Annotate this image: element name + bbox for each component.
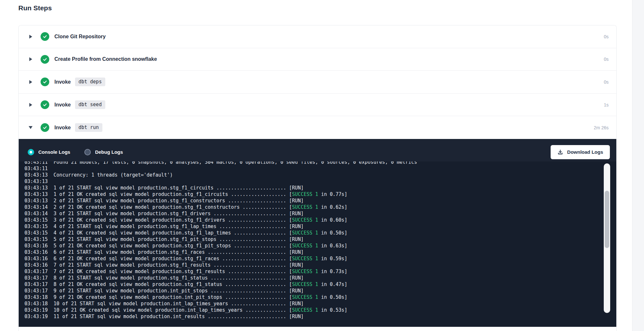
log-success-status: SUCCESS 1 — [292, 217, 318, 223]
log-timestamp: 03:43:15 — [24, 236, 48, 242]
run-steps-card: Clone Git Repository0sCreate Profile fro… — [18, 25, 617, 331]
log-duration-suffix: in 0.73s] — [318, 269, 347, 274]
log-message: 4 of 21 OK created sql view model produc… — [53, 230, 292, 236]
caret-down-icon[interactable] — [28, 126, 33, 129]
log-line: 03:43:13 1 of 21 OK created sql view mod… — [24, 191, 616, 198]
caret-right-icon[interactable] — [28, 57, 33, 61]
log-timestamp: 03:43:14 — [24, 204, 48, 210]
step-duration: 0s — [604, 79, 609, 85]
step-label: Create Profile from Connection snowflake — [54, 56, 157, 62]
download-logs-label: Download Logs — [567, 149, 603, 155]
log-panel: Console LogsDebug Logs Download Logs 03:… — [19, 139, 616, 327]
log-line: 03:43:16 5 of 21 OK created sql view mod… — [24, 243, 616, 249]
radio-selected-icon[interactable] — [28, 149, 34, 155]
log-line: 03:43:15 4 of 21 START sql view model pr… — [24, 223, 616, 230]
log-message: 8 of 21 START sql view model production.… — [53, 275, 304, 281]
run-steps-list: Clone Git Repository0sCreate Profile fro… — [19, 25, 616, 139]
step-command-badge: dbt seed — [75, 100, 105, 109]
step-duration: 2m 26s — [594, 125, 609, 130]
log-line: 03:43:13 1 of 21 START sql view model pr… — [24, 185, 616, 191]
log-timestamp: 03:43:11 — [24, 166, 48, 171]
log-success-status: SUCCESS 1 — [292, 256, 318, 262]
log-duration-suffix: in 0.77s] — [318, 191, 347, 197]
log-timestamp: 03:43:17 — [24, 281, 48, 287]
caret-right-icon[interactable] — [28, 103, 33, 107]
run-step-row[interactable]: Invokedbt seed1s — [19, 94, 616, 116]
log-timestamp: 03:43:18 — [24, 301, 48, 307]
step-duration: 0s — [604, 34, 609, 39]
step-label: Invoke — [54, 79, 71, 85]
log-timestamp: 03:43:11 — [24, 161, 48, 165]
log-success-status: SUCCESS 1 — [292, 269, 318, 274]
log-line: 03:43:16 6 of 21 OK created sql view mod… — [24, 255, 616, 262]
log-success-status: SUCCESS 1 — [292, 281, 318, 287]
step-duration: 1s — [604, 102, 609, 107]
log-type-radio-group: Console LogsDebug Logs — [28, 149, 137, 155]
run-step-row[interactable]: Invokedbt deps0s — [19, 71, 616, 94]
log-duration-suffix: in 0.63s] — [318, 243, 347, 249]
run-step-row[interactable]: Invokedbt run2m 26s — [19, 116, 616, 139]
log-message: 5 of 21 START sql view model production.… — [53, 236, 304, 242]
success-check-icon — [41, 123, 49, 132]
log-line: 03:43:18 9 of 21 OK created sql view mod… — [24, 294, 616, 300]
log-timestamp: 03:43:19 — [24, 314, 48, 319]
log-message: 9 of 21 START sql view model production.… — [53, 288, 304, 294]
page-right-gutter — [632, 0, 644, 331]
log-timestamp: 03:43:13 — [24, 191, 48, 197]
log-message: 4 of 21 START sql view model production.… — [53, 224, 304, 229]
log-line: 03:43:19 10 of 21 OK created sql view mo… — [24, 307, 616, 313]
log-timestamp: 03:43:17 — [24, 275, 48, 281]
log-scrollbar-track[interactable] — [604, 163, 610, 313]
log-line: 03:43:15 5 of 21 START sql view model pr… — [24, 236, 616, 243]
log-timestamp: 03:43:19 — [24, 307, 48, 313]
success-check-icon — [41, 78, 49, 86]
log-timestamp: 03:43:13 — [24, 172, 48, 178]
log-viewport[interactable]: 03:43:11 Found 21 models, 17 tests, 0 sn… — [19, 161, 616, 327]
log-message: 2 of 21 OK created sql view model produc… — [53, 204, 292, 210]
log-message: 3 of 21 OK created sql view model produc… — [53, 217, 292, 223]
step-duration: 0s — [604, 57, 609, 62]
log-message: 1 of 21 START sql view model production.… — [53, 185, 304, 191]
log-message: 2 of 21 START sql view model production.… — [53, 198, 304, 204]
log-duration-suffix: in 0.62s] — [318, 204, 347, 210]
run-step-row[interactable]: Create Profile from Connection snowflake… — [19, 48, 616, 71]
log-success-status: SUCCESS 1 — [292, 243, 318, 249]
log-duration-suffix: in 0.60s] — [318, 217, 347, 223]
radio-label: Debug Logs — [95, 149, 123, 155]
log-timestamp: 03:43:15 — [24, 224, 48, 229]
log-timestamp: 03:43:15 — [24, 230, 48, 236]
log-timestamp: 03:43:13 — [24, 179, 48, 184]
step-label: Invoke — [54, 125, 71, 131]
log-message: 5 of 21 OK created sql view model produc… — [53, 243, 292, 249]
log-message: 10 of 21 OK created sql view model produ… — [53, 307, 292, 313]
log-message: Found 21 models, 17 tests, 0 snapshots, … — [53, 161, 417, 165]
log-duration-suffix: in 0.47s] — [318, 281, 347, 287]
log-line: 03:43:17 7 of 21 OK created sql view mod… — [24, 268, 616, 275]
run-step-row[interactable]: Clone Git Repository0s — [19, 25, 616, 48]
log-line: 03:43:18 10 of 21 START sql view model p… — [24, 300, 616, 307]
log-scrollbar-thumb[interactable] — [605, 191, 609, 248]
download-logs-button[interactable]: Download Logs — [551, 145, 610, 159]
log-message: 9 of 21 OK created sql view model produc… — [53, 294, 292, 300]
log-line: 03:43:13 — [24, 178, 616, 185]
log-line: 03:43:14 3 of 21 START sql view model pr… — [24, 210, 616, 217]
log-line: 03:43:11 — [24, 165, 616, 172]
log-message: 7 of 21 OK created sql view model produc… — [53, 269, 292, 274]
log-line: 03:43:13 Concurrency: 1 threads (target=… — [24, 172, 616, 178]
caret-right-icon[interactable] — [28, 35, 33, 39]
radio-unselected-icon[interactable] — [84, 149, 91, 155]
debug-logs-radio[interactable]: Debug Logs — [84, 149, 123, 155]
log-message: 6 of 21 START sql view model production.… — [53, 249, 304, 255]
log-message: 10 of 21 START sql view model production… — [53, 301, 304, 307]
console-logs-radio[interactable]: Console Logs — [28, 149, 70, 155]
log-message: 3 of 21 START sql view model production.… — [53, 211, 304, 216]
log-timestamp: 03:43:14 — [24, 211, 48, 216]
log-line: 03:43:19 11 of 21 START sql view model p… — [24, 313, 616, 320]
caret-right-icon[interactable] — [28, 80, 33, 84]
step-label: Clone Git Repository — [54, 34, 106, 40]
log-success-status: SUCCESS 1 — [292, 294, 318, 300]
log-timestamp: 03:43:16 — [24, 262, 48, 268]
log-duration-suffix: in 0.53s] — [318, 307, 347, 313]
log-line: 03:43:17 8 of 21 START sql view model pr… — [24, 275, 616, 281]
log-message: 11 of 21 START sql view model production… — [53, 314, 304, 319]
